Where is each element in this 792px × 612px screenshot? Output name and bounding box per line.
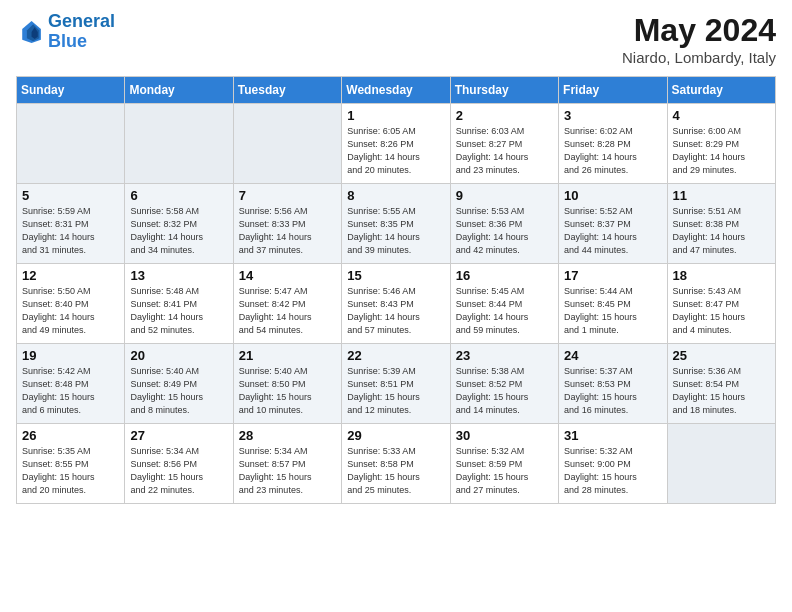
day-info: Sunrise: 5:34 AM Sunset: 8:57 PM Dayligh… [239,445,336,497]
day-number: 1 [347,108,444,123]
day-info: Sunrise: 5:37 AM Sunset: 8:53 PM Dayligh… [564,365,661,417]
day-number: 10 [564,188,661,203]
day-number: 31 [564,428,661,443]
day-info: Sunrise: 5:45 AM Sunset: 8:44 PM Dayligh… [456,285,553,337]
day-cell: 7Sunrise: 5:56 AM Sunset: 8:33 PM Daylig… [233,184,341,264]
day-cell [125,104,233,184]
day-cell: 17Sunrise: 5:44 AM Sunset: 8:45 PM Dayli… [559,264,667,344]
day-info: Sunrise: 5:40 AM Sunset: 8:50 PM Dayligh… [239,365,336,417]
day-number: 6 [130,188,227,203]
day-cell: 22Sunrise: 5:39 AM Sunset: 8:51 PM Dayli… [342,344,450,424]
day-number: 19 [22,348,119,363]
calendar-table: SundayMondayTuesdayWednesdayThursdayFrid… [16,76,776,504]
day-info: Sunrise: 5:55 AM Sunset: 8:35 PM Dayligh… [347,205,444,257]
day-info: Sunrise: 5:40 AM Sunset: 8:49 PM Dayligh… [130,365,227,417]
day-number: 3 [564,108,661,123]
week-row-1: 1Sunrise: 6:05 AM Sunset: 8:26 PM Daylig… [17,104,776,184]
col-header-sunday: Sunday [17,77,125,104]
logo-line1: General [48,11,115,31]
day-cell: 30Sunrise: 5:32 AM Sunset: 8:59 PM Dayli… [450,424,558,504]
location-subtitle: Niardo, Lombardy, Italy [622,49,776,66]
week-row-4: 19Sunrise: 5:42 AM Sunset: 8:48 PM Dayli… [17,344,776,424]
day-info: Sunrise: 5:59 AM Sunset: 8:31 PM Dayligh… [22,205,119,257]
day-info: Sunrise: 5:34 AM Sunset: 8:56 PM Dayligh… [130,445,227,497]
day-cell: 13Sunrise: 5:48 AM Sunset: 8:41 PM Dayli… [125,264,233,344]
day-number: 13 [130,268,227,283]
day-cell: 26Sunrise: 5:35 AM Sunset: 8:55 PM Dayli… [17,424,125,504]
day-cell: 14Sunrise: 5:47 AM Sunset: 8:42 PM Dayli… [233,264,341,344]
day-cell: 27Sunrise: 5:34 AM Sunset: 8:56 PM Dayli… [125,424,233,504]
day-cell [17,104,125,184]
day-cell: 10Sunrise: 5:52 AM Sunset: 8:37 PM Dayli… [559,184,667,264]
day-info: Sunrise: 5:32 AM Sunset: 9:00 PM Dayligh… [564,445,661,497]
day-number: 26 [22,428,119,443]
day-cell: 19Sunrise: 5:42 AM Sunset: 8:48 PM Dayli… [17,344,125,424]
day-number: 24 [564,348,661,363]
day-number: 27 [130,428,227,443]
day-number: 14 [239,268,336,283]
day-number: 18 [673,268,770,283]
day-cell: 20Sunrise: 5:40 AM Sunset: 8:49 PM Dayli… [125,344,233,424]
day-number: 2 [456,108,553,123]
day-number: 28 [239,428,336,443]
day-cell [233,104,341,184]
day-number: 29 [347,428,444,443]
col-header-wednesday: Wednesday [342,77,450,104]
logo: General Blue [16,12,115,52]
day-info: Sunrise: 5:50 AM Sunset: 8:40 PM Dayligh… [22,285,119,337]
day-number: 25 [673,348,770,363]
day-cell: 15Sunrise: 5:46 AM Sunset: 8:43 PM Dayli… [342,264,450,344]
day-number: 12 [22,268,119,283]
day-cell: 8Sunrise: 5:55 AM Sunset: 8:35 PM Daylig… [342,184,450,264]
day-info: Sunrise: 5:39 AM Sunset: 8:51 PM Dayligh… [347,365,444,417]
week-row-2: 5Sunrise: 5:59 AM Sunset: 8:31 PM Daylig… [17,184,776,264]
day-number: 8 [347,188,444,203]
day-info: Sunrise: 6:02 AM Sunset: 8:28 PM Dayligh… [564,125,661,177]
logo-line2: Blue [48,31,87,51]
day-cell: 28Sunrise: 5:34 AM Sunset: 8:57 PM Dayli… [233,424,341,504]
day-number: 23 [456,348,553,363]
day-cell: 25Sunrise: 5:36 AM Sunset: 8:54 PM Dayli… [667,344,775,424]
day-number: 11 [673,188,770,203]
day-info: Sunrise: 6:03 AM Sunset: 8:27 PM Dayligh… [456,125,553,177]
day-number: 7 [239,188,336,203]
logo-text: General Blue [48,12,115,52]
day-info: Sunrise: 5:43 AM Sunset: 8:47 PM Dayligh… [673,285,770,337]
day-cell: 12Sunrise: 5:50 AM Sunset: 8:40 PM Dayli… [17,264,125,344]
day-cell: 9Sunrise: 5:53 AM Sunset: 8:36 PM Daylig… [450,184,558,264]
day-info: Sunrise: 5:47 AM Sunset: 8:42 PM Dayligh… [239,285,336,337]
header-row: SundayMondayTuesdayWednesdayThursdayFrid… [17,77,776,104]
day-info: Sunrise: 6:00 AM Sunset: 8:29 PM Dayligh… [673,125,770,177]
day-info: Sunrise: 5:46 AM Sunset: 8:43 PM Dayligh… [347,285,444,337]
day-cell: 16Sunrise: 5:45 AM Sunset: 8:44 PM Dayli… [450,264,558,344]
day-number: 9 [456,188,553,203]
day-info: Sunrise: 5:42 AM Sunset: 8:48 PM Dayligh… [22,365,119,417]
day-info: Sunrise: 5:56 AM Sunset: 8:33 PM Dayligh… [239,205,336,257]
day-info: Sunrise: 5:44 AM Sunset: 8:45 PM Dayligh… [564,285,661,337]
month-title: May 2024 [622,12,776,49]
day-info: Sunrise: 5:52 AM Sunset: 8:37 PM Dayligh… [564,205,661,257]
day-cell [667,424,775,504]
day-cell: 6Sunrise: 5:58 AM Sunset: 8:32 PM Daylig… [125,184,233,264]
day-cell: 18Sunrise: 5:43 AM Sunset: 8:47 PM Dayli… [667,264,775,344]
day-cell: 5Sunrise: 5:59 AM Sunset: 8:31 PM Daylig… [17,184,125,264]
day-number: 4 [673,108,770,123]
day-info: Sunrise: 5:53 AM Sunset: 8:36 PM Dayligh… [456,205,553,257]
day-info: Sunrise: 5:33 AM Sunset: 8:58 PM Dayligh… [347,445,444,497]
day-number: 21 [239,348,336,363]
day-number: 17 [564,268,661,283]
day-cell: 23Sunrise: 5:38 AM Sunset: 8:52 PM Dayli… [450,344,558,424]
page: General Blue May 2024 Niardo, Lombardy, … [0,0,792,612]
day-info: Sunrise: 6:05 AM Sunset: 8:26 PM Dayligh… [347,125,444,177]
day-info: Sunrise: 5:58 AM Sunset: 8:32 PM Dayligh… [130,205,227,257]
day-cell: 1Sunrise: 6:05 AM Sunset: 8:26 PM Daylig… [342,104,450,184]
day-cell: 29Sunrise: 5:33 AM Sunset: 8:58 PM Dayli… [342,424,450,504]
day-info: Sunrise: 5:35 AM Sunset: 8:55 PM Dayligh… [22,445,119,497]
day-info: Sunrise: 5:38 AM Sunset: 8:52 PM Dayligh… [456,365,553,417]
day-number: 16 [456,268,553,283]
day-cell: 21Sunrise: 5:40 AM Sunset: 8:50 PM Dayli… [233,344,341,424]
day-number: 22 [347,348,444,363]
header: General Blue May 2024 Niardo, Lombardy, … [16,12,776,66]
day-cell: 4Sunrise: 6:00 AM Sunset: 8:29 PM Daylig… [667,104,775,184]
day-cell: 2Sunrise: 6:03 AM Sunset: 8:27 PM Daylig… [450,104,558,184]
